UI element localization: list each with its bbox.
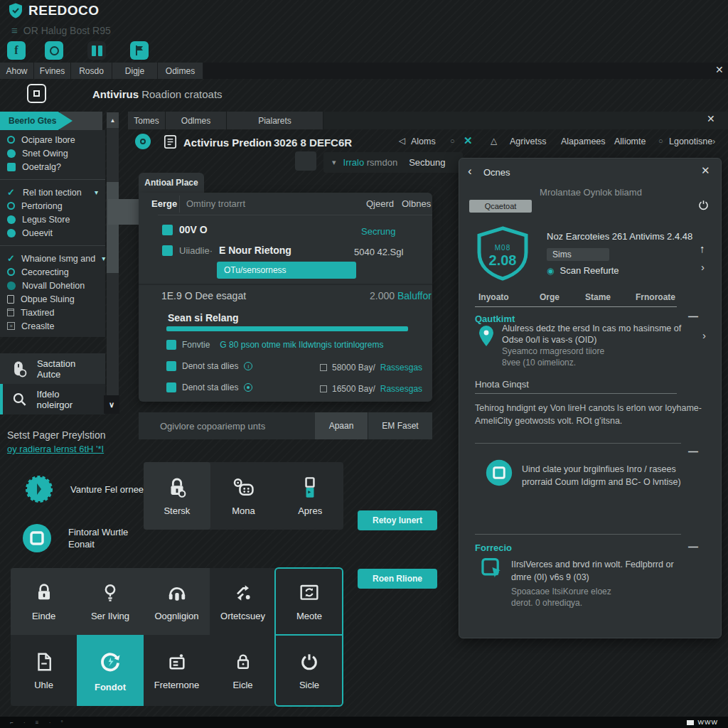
rescan-button[interactable]: Roen Rlione xyxy=(358,569,437,589)
target-radio-icon[interactable] xyxy=(244,383,252,392)
scan-row[interactable]: Uiiadlie· E Nour Rietong xyxy=(162,245,291,256)
check-row[interactable]: Fonvtie G 80 pson otme mik Ildwtngis tor… xyxy=(166,340,383,350)
window-tab[interactable]: Rosdo xyxy=(71,63,112,79)
power-toggle-icon[interactable] xyxy=(697,198,710,212)
sidebar-item[interactable]: ≡Creaslte xyxy=(0,319,105,333)
toolbar-action[interactable]: Secbung xyxy=(409,157,445,168)
center-tab[interactable]: Pialarets xyxy=(227,112,323,129)
card-col-right[interactable]: Olbnes xyxy=(402,198,431,209)
checkbox-empty-icon[interactable] xyxy=(320,364,327,371)
menu-bar[interactable]: ≡ OR Halug Bost R95 xyxy=(11,24,111,36)
apply-button[interactable]: Apaan xyxy=(315,412,368,439)
sidebar-item[interactable]: Novall Dohetion xyxy=(0,279,105,292)
menu-item[interactable]: Aloms xyxy=(411,136,436,146)
card-tab[interactable]: Antioal Place xyxy=(139,173,204,193)
menu-item[interactable]: Alapamees xyxy=(561,136,606,146)
grid-item-eicle[interactable]: Eicle xyxy=(210,635,276,706)
expand-icon[interactable]: › xyxy=(702,329,706,341)
reset-button[interactable]: EM Faset xyxy=(368,412,432,439)
scan-results-link[interactable]: ◉ Scan Reefurte xyxy=(547,265,619,276)
stat-value-link[interactable]: Baluffor xyxy=(397,290,432,301)
scroll-up-button[interactable]: ▲ xyxy=(107,112,119,128)
collapse-icon[interactable]: — xyxy=(688,541,698,552)
close-icon[interactable]: ✕ xyxy=(707,114,715,124)
close-icon[interactable]: ✕ xyxy=(701,166,710,176)
grid-item-sicle[interactable]: Sicle xyxy=(276,635,343,706)
radio-icon[interactable]: ○ xyxy=(450,136,455,145)
card-col-header[interactable]: Eerge xyxy=(151,198,177,209)
window-tab[interactable]: Ahow xyxy=(0,63,34,79)
table-header[interactable]: Frnoroate xyxy=(636,292,675,302)
window-tab[interactable]: Digje xyxy=(112,63,158,79)
sidebar-item-mouse[interactable]: Sactation Autce xyxy=(0,353,105,384)
sidebar-item[interactable]: Ooetralg? xyxy=(0,160,105,173)
checkbox-empty-icon[interactable] xyxy=(320,385,327,392)
toolbar-link[interactable]: Irralo rsmdon xyxy=(343,157,398,168)
taskbar[interactable]: ⌐ · ≡ · ° WWW xyxy=(0,717,728,728)
sidebar-item-search[interactable]: Ifdelo noleirgor xyxy=(0,384,105,414)
sidebar-item[interactable]: Snet Owing xyxy=(0,146,105,160)
triangle-icon[interactable]: △ xyxy=(491,136,497,146)
check-row[interactable]: Denot sta dlies xyxy=(166,382,252,392)
scan-action-button[interactable]: OTu/sensorness xyxy=(217,262,356,279)
center-tab[interactable]: Odlmes xyxy=(166,112,227,129)
menu-item[interactable]: Agrivetss xyxy=(510,136,546,146)
window-tab[interactable]: Odimes xyxy=(158,63,203,79)
checkbox-checked-icon[interactable] xyxy=(166,382,176,392)
sidebar-item[interactable]: Oueevit xyxy=(0,226,105,240)
check-link[interactable]: Rassesgas xyxy=(380,363,422,373)
tile-stersk[interactable]: Stersk xyxy=(144,462,210,530)
menu-item[interactable]: Alliomte xyxy=(614,136,646,146)
sidebar-item[interactable]: Obpue Sluing xyxy=(0,292,105,306)
card-col-sub[interactable]: Omtiny trotarrt xyxy=(186,198,245,209)
sidebar-group-header[interactable]: ✓Whaione Ismg and▾ xyxy=(0,252,105,265)
scroll-down-button[interactable]: ∨ xyxy=(104,395,119,414)
sidebar-footer-link[interactable]: oy radierra lernst 6tH '*I xyxy=(7,444,104,454)
dropdown-caret-icon[interactable]: ▾ xyxy=(332,158,336,167)
grid-item-meote[interactable]: Meote xyxy=(276,568,343,635)
check-link[interactable]: Rassesgas xyxy=(380,384,422,394)
collapse-icon[interactable]: — xyxy=(688,446,698,457)
time-chip[interactable]: Sims xyxy=(547,248,609,261)
checkbox-checked-icon[interactable] xyxy=(166,361,176,371)
sidebar-item[interactable]: Pertoriong xyxy=(0,199,105,213)
hamburger-menu-icon[interactable]: ≡ xyxy=(11,24,18,36)
upload-icon[interactable]: ↑ xyxy=(700,242,705,255)
target-button[interactable] xyxy=(45,41,63,60)
sidebar-item[interactable]: Ocipare Ibore xyxy=(0,133,105,146)
facebook-button[interactable]: f xyxy=(7,41,26,60)
grid-item-ortetcsuey[interactable]: Ortetcsuey xyxy=(210,568,276,635)
feature-badge[interactable]: Vanture Fel ornee xyxy=(25,475,144,503)
close-icon[interactable]: ✕ xyxy=(715,65,724,75)
back-arrow-icon[interactable]: ◁ xyxy=(399,136,405,146)
center-tab[interactable]: Tomes xyxy=(128,112,166,129)
grid-item-uhle[interactable]: Uhle xyxy=(11,635,77,706)
card-col-right[interactable]: Qjeerd xyxy=(366,198,394,209)
x-mark-icon[interactable]: ✕ xyxy=(464,134,473,147)
grid-item-serilving[interactable]: Ser Ilving xyxy=(77,568,144,635)
expand-icon[interactable]: › xyxy=(701,261,705,273)
checkbox-checked-icon[interactable] xyxy=(166,340,176,350)
feature-badge[interactable]: Fintoral Wurtle Eonait xyxy=(21,523,128,554)
check-row[interactable]: Denot sta dlies i xyxy=(166,361,252,371)
window-tab[interactable]: Fvines xyxy=(34,63,71,79)
tile-mona[interactable]: Mona xyxy=(210,462,277,530)
sidebar-item[interactable]: Tiaxtired xyxy=(0,306,105,319)
sidebar-group-header[interactable]: ✓Rel tion tection▾ xyxy=(0,186,105,199)
grid-item-oognligion[interactable]: Oognligion xyxy=(144,568,210,635)
info-icon[interactable]: i xyxy=(244,362,252,370)
pause-button[interactable] xyxy=(87,41,106,60)
table-header[interactable]: Inyoato xyxy=(478,292,509,302)
grid-item-fondot[interactable]: Fondot xyxy=(77,635,144,706)
forward-icon[interactable]: › xyxy=(712,136,715,146)
flag-button[interactable] xyxy=(130,41,149,60)
sidebar-item[interactable]: Cecorecting xyxy=(0,265,105,279)
scrollbar-thumb[interactable] xyxy=(107,182,119,273)
side-tab[interactable]: Beerlo Gtes xyxy=(0,112,73,130)
status-chip[interactable]: Qcaetoat xyxy=(469,200,532,213)
grid-item-freternone[interactable]: Freternone xyxy=(144,635,210,706)
menu-item[interactable]: Lgonotisne xyxy=(669,136,712,146)
sidebar-item[interactable]: Legus Store xyxy=(0,213,105,226)
table-header[interactable]: Orge xyxy=(540,292,560,302)
radio-icon[interactable]: ○ xyxy=(658,136,663,145)
